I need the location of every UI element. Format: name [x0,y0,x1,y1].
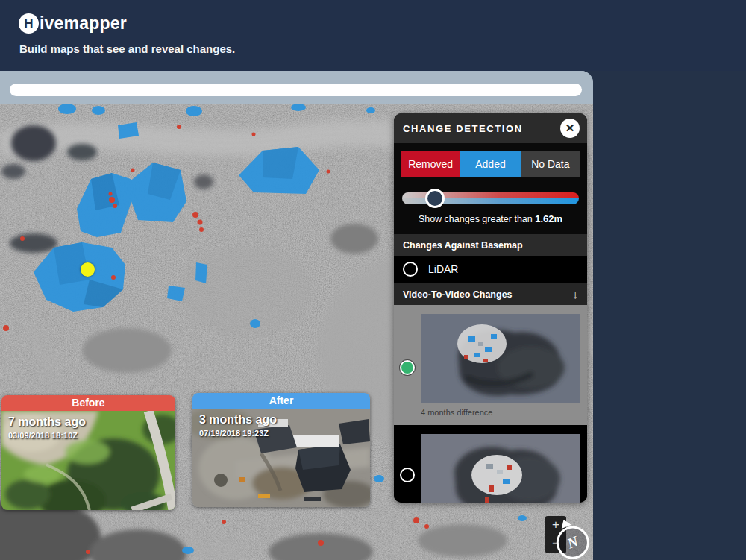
video-option-1[interactable]: 4 months difference [394,305,587,425]
basemap-section-label: Changes Against Basemap [403,240,523,251]
added-button[interactable]: Added [460,151,520,177]
video-section-header: Video-To-Video Changes ↓ [394,283,587,305]
chevron-down-icon[interactable]: ↓ [573,288,579,301]
slider-thumb[interactable] [425,189,445,208]
legend-buttons: Removed Added No Data [401,151,580,177]
video-option-1-radio[interactable] [400,360,415,375]
change-detection-panel: CHANGE DETECTION ✕ Removed Added No Data… [394,113,587,503]
after-timestamp: 07/19/2018 19:23Z [199,429,269,438]
map-marker[interactable] [81,262,95,277]
legend-controls: Removed Added No Data Show changes great… [394,143,587,233]
before-card-header: Before [1,395,175,411]
video-option-1-caption: 4 months difference [421,408,580,417]
panel-header: CHANGE DETECTION ✕ [394,113,587,143]
browser-window: CHANGE DETECTION ✕ Removed Added No Data… [0,71,593,560]
brand-tagline: Build maps that see and reveal changes. [19,43,235,55]
compass-north-label: N [565,533,580,553]
before-timestamp: 03/09/2018 18:10Z [8,431,78,440]
slider-caption: Show changes greater than 1.62m [401,213,580,224]
before-card-image: 7 months ago 03/09/2018 18:10Z [1,411,175,510]
brand-name: ivemapper [40,13,127,34]
video-option-2-thumbnail[interactable] [421,434,580,503]
before-age: 7 months ago [8,415,86,429]
brand-logo[interactable]: H ivemapper [19,13,127,34]
brand-header: H ivemapper Build maps that see and reve… [0,0,746,71]
after-card-header: After [192,393,370,409]
after-card-image: 3 months ago 07/19/2018 19:23Z [192,409,370,507]
basemap-section-header: Changes Against Basemap [394,233,587,256]
lidar-label: LiDAR [428,263,458,275]
close-icon[interactable]: ✕ [560,119,580,138]
lidar-radio[interactable] [403,262,418,277]
map-canvas[interactable]: CHANGE DETECTION ✕ Removed Added No Data… [0,104,593,560]
threshold-slider [401,189,580,208]
lidar-option[interactable]: LiDAR [394,256,587,283]
after-card: After [192,393,370,507]
video-section-label: Video-To-Video Changes [403,289,513,300]
video-option-2-radio[interactable] [400,468,415,482]
video-option-1-thumbnail[interactable] [421,314,580,403]
slider-value: 1.62m [535,213,562,224]
address-bar[interactable] [10,84,582,96]
after-age: 3 months ago [199,413,277,427]
panel-title: CHANGE DETECTION [403,123,523,134]
browser-chrome-bar [0,71,593,104]
video-option-2[interactable] [394,425,587,503]
slider-caption-text: Show changes greater than [419,214,535,224]
hivemapper-logo-icon: H [19,13,39,34]
nodata-button[interactable]: No Data [521,151,580,177]
before-card: Before [1,395,175,510]
removed-button[interactable]: Removed [401,151,460,177]
